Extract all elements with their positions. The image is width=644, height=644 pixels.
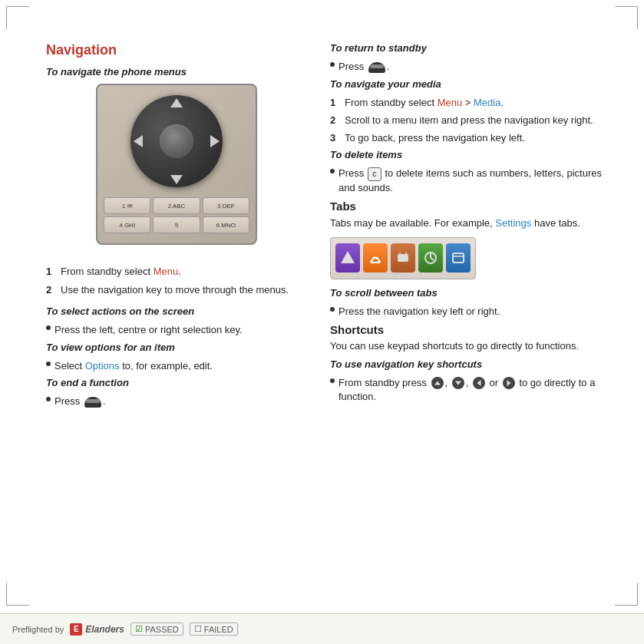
step-2-text: Use the navigation key to move through t… [61, 283, 289, 298]
scroll-tabs-section: To scroll between tabs Press the navigat… [330, 287, 621, 319]
tabs-section: Tabs Tabs may be available. For example,… [330, 200, 621, 279]
step-2: 2 Use the navigation key to move through… [46, 283, 307, 298]
tab-icon-5 [446, 243, 471, 272]
svg-rect-2 [398, 254, 408, 262]
select-actions-bullet: Press the left, centre or right selectio… [46, 323, 307, 338]
elanders-e-icon: E [70, 623, 82, 636]
select-actions-section: To select actions on the screen Press th… [46, 305, 307, 338]
return-standby-text: Press . [339, 60, 389, 74]
nav-down-arrow [170, 175, 183, 184]
elanders-brand: Elanders [85, 624, 124, 635]
return-standby-bullet: Press . [330, 60, 621, 74]
navigate-media-heading: To navigate your media [330, 78, 621, 90]
view-options-heading: To view options for an item [46, 342, 307, 353]
view-options-bullet: Select Options to, for example, edit. [46, 359, 307, 374]
c-key-icon: c [368, 167, 381, 181]
failed-badge: ☐ FAILED [190, 623, 238, 636]
left-title: Navigation [46, 42, 307, 58]
media-step-2: 2 Scroll to a menu item and press the na… [330, 114, 621, 128]
passed-badge: ☑ PASSED [130, 623, 183, 636]
nav-shortcuts-heading: To use navigation key shortcuts [330, 358, 621, 370]
menu-link-2: Menu [438, 97, 463, 108]
end-function-heading: To end a function [46, 377, 307, 388]
media-link: Media [474, 97, 500, 108]
delete-items-bullet: Press c to delete items such as numbers,… [330, 167, 621, 196]
bullet-dot-r3 [330, 307, 335, 312]
scroll-tabs-heading: To scroll between tabs [330, 287, 621, 299]
corner-mark-tl [6, 6, 29, 29]
page-content: Navigation To navigate the phone menus [46, 42, 621, 602]
shortcuts-desc: You can use keypad shortcuts to go direc… [330, 339, 621, 354]
media-step-3: 3 To go back, press the navigation key l… [330, 131, 621, 146]
nav-right-icon [503, 377, 515, 389]
key-1[interactable]: 1 ✉ [104, 197, 150, 214]
select-actions-heading: To select actions on the screen [46, 305, 307, 317]
left-column: Navigation To navigate the phone menus [46, 42, 307, 602]
square-icon: ☐ [194, 624, 202, 634]
preflighted-bar: Preflighted by E Elanders ☑ PASSED ☐ FAI… [0, 613, 644, 644]
menu-link: Menu [154, 266, 179, 277]
nav-down-icon [452, 377, 464, 389]
delete-items-text: Press c to delete items such as numbers,… [339, 167, 621, 196]
bullet-dot [46, 325, 51, 330]
media-step-2-num: 2 [330, 114, 341, 128]
elanders-logo: E Elanders [70, 623, 124, 636]
key-2[interactable]: 2 ABC [153, 197, 200, 214]
return-standby-heading: To return to standby [330, 42, 621, 54]
end-call-icon [84, 397, 101, 408]
nav-shortcuts-bullet: From standby press , , or to go directly… [330, 376, 621, 405]
preflighted-prefix: Preflighted by [12, 625, 64, 634]
svg-rect-8 [453, 253, 464, 263]
step-1: 1 From standby select Menu. [46, 265, 307, 279]
step-1-num: 1 [46, 265, 57, 279]
media-step-3-num: 3 [330, 131, 341, 146]
svg-line-7 [431, 258, 434, 260]
media-step-2-text: Scroll to a menu item and press the navi… [345, 114, 593, 128]
tab-icon-2 [363, 243, 388, 272]
options-link: Options [85, 360, 120, 372]
return-standby-section: To return to standby Press . [330, 42, 621, 74]
scroll-tabs-bullet: Press the navigation key left or right. [330, 305, 621, 319]
end-function-text: Press . [54, 395, 105, 409]
key-4[interactable]: 4 GHI [104, 216, 150, 233]
nav-center-button[interactable] [160, 124, 193, 158]
nav-steps-list: 1 From standby select Menu. 2 Use the na… [46, 265, 307, 298]
scroll-tabs-text: Press the navigation key left or right. [339, 305, 500, 319]
bullet-dot-3 [46, 397, 51, 401]
key-5[interactable]: 5 [153, 216, 200, 233]
bullet-dot-r4 [330, 378, 335, 383]
tabs-title: Tabs [330, 200, 621, 213]
delete-items-heading: To delete items [330, 149, 621, 160]
step-2-num: 2 [46, 283, 57, 298]
media-step-3-text: To go back, press the navigation key lef… [345, 131, 525, 146]
key-3[interactable]: 3 DEF [203, 197, 249, 214]
bullet-dot-r2 [330, 169, 335, 173]
svg-marker-0 [341, 251, 355, 263]
end-function-bullet: Press . [46, 395, 307, 409]
media-step-1-num: 1 [330, 96, 341, 111]
tab-icon-4 [418, 243, 443, 272]
view-options-section: To view options for an item Select Optio… [46, 342, 307, 374]
nav-left-arrow [134, 135, 143, 147]
media-step-1: 1 From standby select Menu > Media. [330, 96, 621, 111]
end-call-icon-2 [368, 62, 385, 73]
nav-shortcuts-text: From standby press , , or to go directly… [339, 376, 621, 405]
bullet-dot-r1 [330, 62, 335, 67]
settings-link: Settings [495, 217, 531, 229]
phone-image: 1 ✉ 2 ABC 3 DEF 4 GHI 5 6 MNO [92, 84, 261, 253]
bullet-dot-2 [46, 362, 51, 366]
section1-heading: To navigate the phone menus [46, 66, 307, 78]
shortcuts-title: Shortcuts [330, 323, 621, 336]
key-6[interactable]: 6 MNO [203, 216, 249, 233]
select-actions-text: Press the left, centre or right selectio… [54, 323, 243, 338]
tab-icon-3 [391, 243, 415, 272]
nav-up-icon [431, 377, 444, 389]
failed-label: FAILED [204, 625, 233, 634]
phone-nav-visual: 1 ✉ 2 ABC 3 DEF 4 GHI 5 6 MNO [96, 84, 257, 245]
view-options-text: Select Options to, for example, edit. [54, 359, 213, 374]
right-column: To return to standby Press . To navigate… [330, 42, 621, 602]
check-icon: ☑ [135, 624, 143, 634]
step-1-text: From standby select Menu. [61, 265, 181, 279]
nav-shortcuts-section: To use navigation key shortcuts From sta… [330, 358, 621, 405]
nav-left-icon [473, 377, 485, 389]
